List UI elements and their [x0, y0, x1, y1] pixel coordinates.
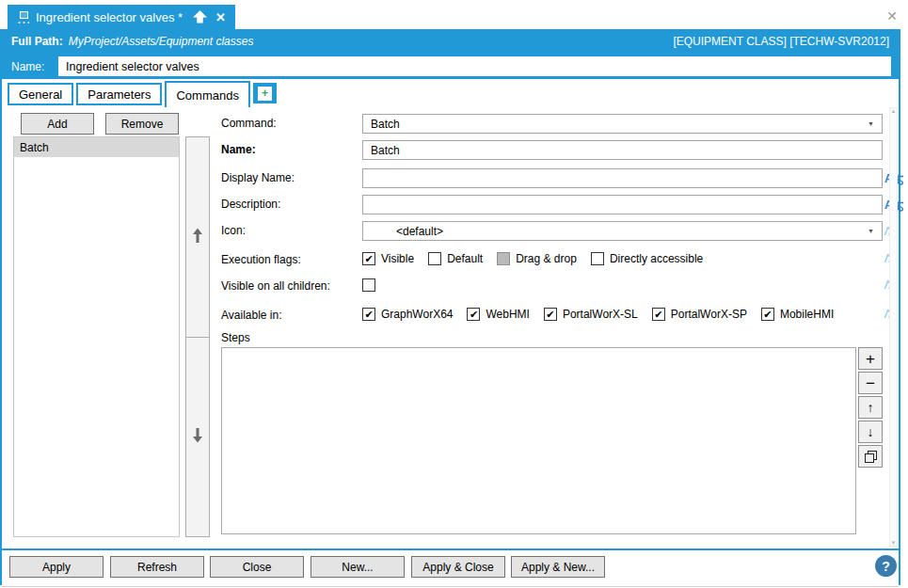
available-in-row: GraphWorX64 WebHMI PortalWorX-SL PortalW…: [362, 307, 834, 322]
name-input[interactable]: [58, 56, 891, 76]
checkbox-visible-on-all-children[interactable]: [362, 278, 375, 292]
commands-panel: Add Remove Batch Command: Batch ▼ Name:: [2, 105, 899, 548]
tab-parameters[interactable]: Parameters: [76, 83, 162, 105]
copy-icon: [865, 451, 877, 463]
checkbox-icon: [591, 252, 604, 265]
form-scrollbar[interactable]: ▲ ▼: [889, 107, 898, 547]
command-name-label: Name:: [221, 143, 256, 156]
description-label: Description:: [221, 198, 280, 211]
checkbox-icon: [428, 252, 441, 265]
window-shadow: [2, 586, 899, 587]
steps-add-button[interactable]: +: [858, 347, 883, 370]
steps-duplicate-button[interactable]: [858, 445, 883, 468]
tab-commands[interactable]: Commands: [165, 81, 249, 107]
checkbox-icon: [362, 278, 375, 292]
move-item-up-button[interactable]: [185, 136, 210, 338]
apply-and-new-button[interactable]: Apply & New...: [511, 556, 605, 578]
steps-move-up-button[interactable]: ↑: [858, 396, 883, 419]
footer-bar: Apply Refresh Close New... Apply & Close…: [2, 548, 899, 585]
available-in-label: Available in:: [221, 309, 282, 322]
apply-and-close-button[interactable]: Apply & Close: [411, 556, 505, 578]
checkbox-mobilehmi[interactable]: MobileHMI: [761, 308, 834, 321]
icon-value: <default>: [396, 225, 443, 238]
checkbox-icon: [652, 308, 665, 321]
apply-button[interactable]: Apply: [9, 556, 104, 578]
up-arrow-icon: [190, 226, 205, 247]
new-button[interactable]: New...: [311, 556, 405, 578]
document-tab[interactable]: Ingredient selector valves * ✕: [8, 5, 235, 29]
visible-children-label: Visible on all children:: [221, 279, 330, 293]
refresh-button[interactable]: Refresh: [110, 556, 204, 578]
panel-close-icon[interactable]: ✕: [884, 8, 900, 24]
steps-list[interactable]: [221, 347, 856, 534]
promote-up-icon[interactable]: [193, 10, 207, 24]
command-combobox[interactable]: Batch ▼: [362, 114, 883, 134]
add-tab-button[interactable]: +: [253, 83, 277, 103]
command-name-input[interactable]: [362, 140, 883, 160]
checkbox-portalworx-sp[interactable]: PortalWorX-SP: [652, 308, 747, 321]
checkbox-default[interactable]: Default: [428, 252, 483, 265]
checkbox-webhmi[interactable]: WebHMI: [467, 308, 529, 321]
document-tab-title: Ingredient selector valves *: [36, 10, 183, 24]
add-command-button[interactable]: Add: [21, 113, 94, 135]
icon-combobox[interactable]: <default> ▼: [362, 221, 883, 241]
down-arrow-icon: [190, 426, 205, 448]
checkbox-portalworx-sl[interactable]: PortalWorX-SL: [544, 308, 638, 321]
checkbox-drag-and-drop[interactable]: Drag & drop: [497, 252, 577, 265]
checkbox-icon: [497, 252, 510, 265]
command-label: Command:: [221, 117, 277, 130]
steps-remove-button[interactable]: −: [858, 372, 883, 394]
display-name-input[interactable]: [362, 168, 883, 188]
checkbox-graphworx64[interactable]: GraphWorX64: [362, 308, 453, 321]
name-bar: Name:: [2, 54, 899, 79]
checkbox-visible[interactable]: Visible: [362, 252, 414, 265]
full-path-bar: Full Path: MyProject/Assets/Equipment cl…: [2, 29, 899, 54]
checkbox-directly-accessible[interactable]: Directly accessible: [591, 252, 703, 265]
plus-icon: +: [258, 87, 272, 101]
description-input[interactable]: [362, 195, 883, 215]
checkbox-icon: [467, 308, 480, 321]
dropdown-arrow-icon: ▼: [868, 120, 874, 127]
tab-strip: General Parameters Commands +: [2, 79, 899, 105]
remove-command-button[interactable]: Remove: [105, 113, 179, 135]
dropdown-arrow-icon: ▼: [868, 228, 874, 234]
command-list: Batch: [13, 136, 180, 537]
editor-window: Full Path: MyProject/Assets/Equipment cl…: [0, 29, 900, 585]
icon-label: Icon:: [221, 224, 246, 237]
execution-flags-row: Visible Default Drag & drop Directly acc…: [362, 251, 703, 266]
tab-close-icon[interactable]: ✕: [215, 11, 226, 24]
close-button[interactable]: Close: [210, 556, 304, 578]
move-item-down-button[interactable]: [185, 338, 210, 538]
steps-move-down-button[interactable]: ↓: [858, 421, 883, 443]
visible-children-row: [362, 278, 375, 293]
execution-flags-label: Execution flags:: [221, 253, 301, 266]
reorder-strip: [185, 136, 210, 537]
equipment-class-icon: [17, 11, 29, 24]
scroll-up-icon[interactable]: ▲: [891, 108, 897, 114]
help-button[interactable]: ?: [875, 555, 897, 577]
full-path-label: Full Path:: [11, 35, 63, 48]
checkbox-icon: [761, 308, 774, 321]
full-path-value: MyProject/Assets/Equipment classes: [69, 35, 254, 48]
steps-label: Steps: [221, 331, 250, 344]
list-item-batch[interactable]: Batch: [14, 137, 179, 157]
scroll-down-icon[interactable]: ▼: [891, 540, 897, 546]
checkbox-icon: [362, 308, 375, 321]
display-name-label: Display Name:: [221, 171, 295, 184]
name-label: Name:: [11, 60, 58, 73]
checkbox-icon: [544, 308, 557, 321]
tab-general[interactable]: General: [8, 83, 73, 105]
command-value: Batch: [371, 118, 400, 131]
checkbox-icon: [362, 252, 375, 265]
context-badge: [EQUIPMENT CLASS] [TECHW-SVR2012]: [673, 35, 889, 48]
